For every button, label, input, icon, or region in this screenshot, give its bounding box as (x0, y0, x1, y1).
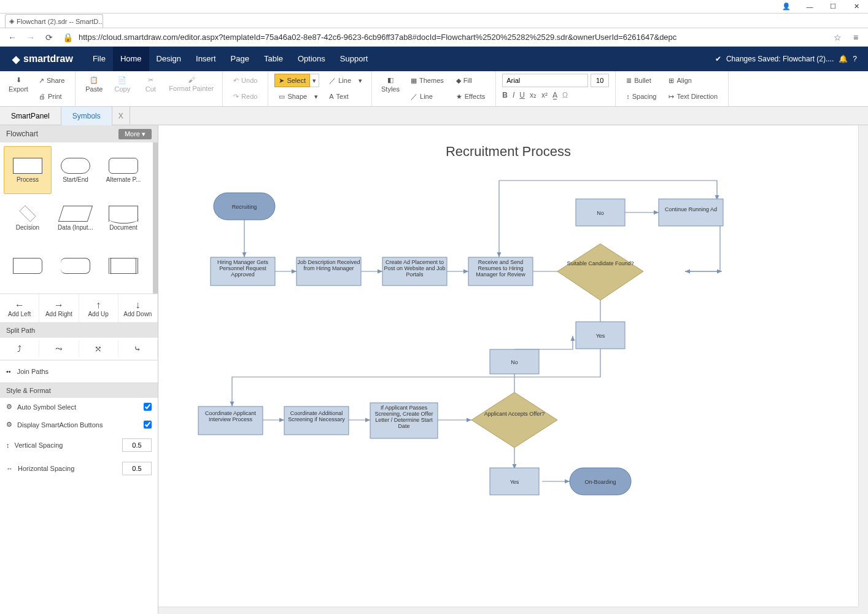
join-paths-button[interactable]: ••Join Paths (0, 360, 158, 383)
shape-more-1[interactable] (4, 242, 52, 290)
shape-dropdown[interactable]: ▾ (311, 90, 321, 103)
browser-menu-icon[interactable]: ≡ (848, 33, 863, 42)
line-tool-button[interactable]: ／ Line (325, 74, 355, 87)
superscript-button[interactable]: x² (541, 91, 548, 99)
paste-button[interactable]: 📋Paste (82, 74, 106, 95)
menu-insert[interactable]: Insert (188, 47, 223, 71)
menu-support[interactable]: Support (333, 47, 376, 71)
menu-page[interactable]: Page (223, 47, 257, 71)
node-receive-resumes[interactable]: Receive and Send Resumes to Hiring Manag… (468, 257, 533, 286)
smartpanel-tab[interactable]: SmartPanel (0, 107, 61, 125)
fill-button[interactable]: ◆ Fill (452, 74, 476, 87)
export-button[interactable]: ⬇Export (6, 74, 31, 95)
font-family-input[interactable] (502, 74, 588, 87)
url-field[interactable]: https://cloud.smartdraw.com/editor.aspx?… (79, 33, 826, 42)
symbols-header: Flowchart More ▾ (0, 125, 158, 142)
display-smartaction-checkbox[interactable] (144, 421, 152, 429)
node-accepts-offer[interactable]: Applicant Accepts Offer? (471, 392, 557, 448)
vertical-spacing-input[interactable] (122, 438, 152, 452)
node-yes-1[interactable]: Yes (576, 322, 625, 349)
split-1[interactable]: ⤴ (0, 340, 39, 357)
app-logo[interactable]: ◆ smartdraw (0, 53, 85, 65)
vertical-scrollbar[interactable] (858, 125, 868, 607)
symbol-button[interactable]: Ω (562, 91, 568, 99)
shape-more-2[interactable] (52, 242, 99, 290)
auto-symbol-checkbox[interactable] (144, 403, 152, 411)
split-2[interactable]: ⤳ (39, 340, 79, 357)
menu-file[interactable]: File (85, 47, 113, 71)
menu-options[interactable]: Options (290, 47, 333, 71)
split-3[interactable]: ⤲ (79, 340, 118, 357)
menu-design[interactable]: Design (149, 47, 188, 71)
node-suitable-candidate[interactable]: Suitable Candidate Found? (557, 244, 643, 300)
node-no-2[interactable]: No (490, 349, 539, 374)
subscript-button[interactable]: x₂ (530, 91, 537, 99)
reload-button[interactable]: ⟳ (42, 33, 56, 42)
node-job-description[interactable]: Job Description Received from Hiring Man… (296, 257, 361, 286)
themes-button[interactable]: ▦ Themes (406, 74, 448, 87)
font-size-input[interactable] (591, 74, 609, 87)
node-hiring-request[interactable]: Hiring Manager Gets Personnel Request Ap… (211, 257, 275, 286)
shape-document[interactable]: Document (99, 194, 147, 242)
format-painter-button: 🖌Format Painter (166, 74, 216, 95)
node-coordinate-interview[interactable]: Coordinate Applicant Interview Process (198, 406, 263, 435)
logo-icon: ◆ (12, 53, 20, 65)
add-right-button[interactable]: →Add Right (39, 294, 79, 322)
print-button[interactable]: 🖨 Print (34, 90, 66, 103)
node-coordinate-screening[interactable]: Coordinate Additional Screening if Neces… (284, 406, 349, 435)
split-4[interactable]: ⤷ (118, 340, 158, 357)
node-create-ad[interactable]: Create Ad Placement to Post on Website a… (382, 257, 447, 286)
italic-button[interactable]: I (513, 91, 514, 99)
shape-tool-button[interactable]: ▭ Shape (274, 90, 311, 103)
undo-button[interactable]: ↶ Undo (229, 74, 262, 87)
shape-data[interactable]: Data (Input... (52, 194, 99, 242)
underline-button[interactable]: U (519, 91, 525, 99)
shape-process[interactable]: Process (4, 146, 52, 194)
horizontal-spacing-input[interactable] (122, 462, 152, 475)
node-start[interactable]: Recruiting (214, 193, 275, 220)
node-yes-2[interactable]: Yes (490, 468, 539, 495)
symbols-tab[interactable]: Symbols (61, 107, 112, 125)
shape-start-end[interactable]: Start/End (52, 146, 99, 194)
shape-more-3[interactable] (99, 242, 147, 290)
close-panel-button[interactable]: X (112, 107, 130, 125)
node-create-offer[interactable]: If Applicant Passes Screening, Create Of… (370, 403, 438, 438)
copy-button: 📄Copy (110, 74, 134, 95)
menu-home[interactable]: Home (113, 47, 149, 71)
menu-table[interactable]: Table (257, 47, 290, 71)
more-button[interactable]: More ▾ (118, 129, 152, 139)
redo-button[interactable]: ↷ Redo (229, 90, 262, 103)
horizontal-scrollbar[interactable] (158, 607, 858, 614)
notifications-icon[interactable]: 🔔 (839, 55, 848, 63)
join-icon: •• (6, 368, 11, 375)
share-button[interactable]: ↗ Share (34, 74, 69, 87)
help-icon[interactable]: ? (853, 55, 857, 63)
node-continue-ad[interactable]: Continue Running Ad (659, 199, 723, 226)
side-panel-tabs: SmartPanel Symbols X (0, 107, 868, 125)
font-color-button[interactable]: A̲ (552, 91, 557, 99)
window-minimize[interactable]: — (798, 0, 821, 14)
line-dropdown[interactable]: ▾ (355, 74, 365, 87)
shape-decision[interactable]: Decision (4, 194, 52, 242)
shape-alternate-process[interactable]: Alternate P... (99, 146, 147, 194)
window-maximize[interactable]: ☐ (821, 0, 845, 14)
line-style-button[interactable]: ／ Line (406, 90, 437, 103)
styles-button[interactable]: ◧Styles (378, 74, 403, 95)
node-onboarding[interactable]: On-Boarding (570, 468, 631, 495)
select-dropdown[interactable]: ▾ (310, 74, 319, 87)
palette-scrollbar[interactable] (153, 142, 158, 293)
add-left-button[interactable]: ←Add Left (0, 294, 39, 322)
bold-button[interactable]: B (502, 91, 508, 99)
effects-button[interactable]: ★ Effects (452, 90, 489, 103)
bookmark-star-icon[interactable]: ☆ (830, 33, 845, 42)
drawing-canvas[interactable]: Recruitment Process (158, 125, 858, 607)
user-icon[interactable]: 👤 (775, 0, 798, 14)
node-no-1[interactable]: No (576, 199, 625, 226)
window-close[interactable]: ✕ (845, 0, 868, 14)
add-up-button[interactable]: ↑Add Up (79, 294, 118, 322)
add-down-button[interactable]: ↓Add Down (118, 294, 158, 322)
browser-tab[interactable]: ◈ Flowchart (2).sdr -- SmartD... ✕ (5, 14, 103, 28)
text-tool-button[interactable]: A Text (325, 90, 353, 103)
select-tool-button[interactable]: ➤ Select (274, 74, 310, 87)
back-button[interactable]: ← (5, 33, 20, 42)
